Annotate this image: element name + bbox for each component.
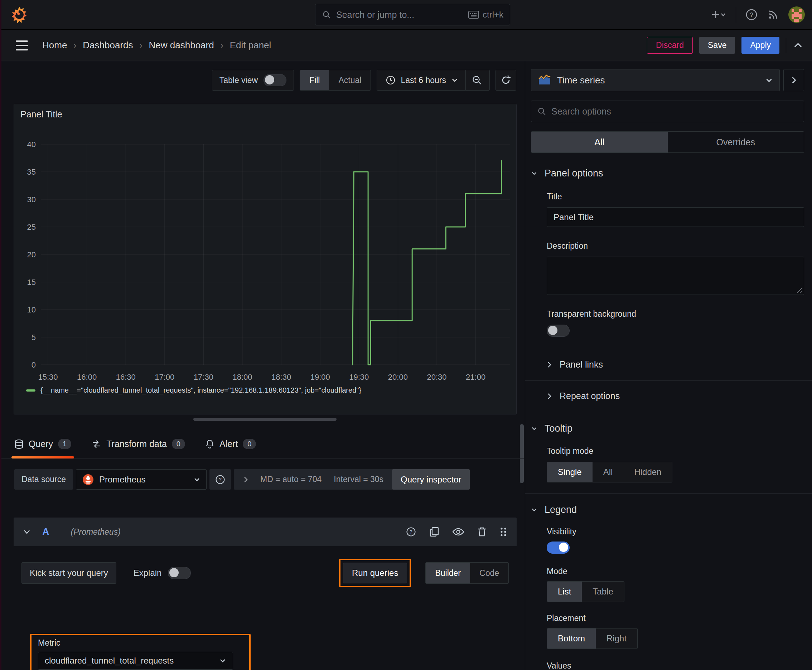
tooltip-single-option[interactable]: Single <box>547 462 593 482</box>
legend-series-color <box>26 389 36 392</box>
save-button[interactable]: Save <box>699 37 735 54</box>
panel-options-header[interactable]: Panel options <box>531 168 804 179</box>
breadcrumb-home[interactable]: Home <box>42 40 67 51</box>
panel-title-input[interactable]: Panel Title <box>547 207 804 227</box>
textarea-resize-handle[interactable] <box>797 288 802 293</box>
user-avatar[interactable] <box>788 7 805 23</box>
datasource-name: Prometheus <box>99 475 188 485</box>
tab-query[interactable]: Query 1 <box>14 430 71 459</box>
transparent-background-toggle[interactable] <box>547 325 570 337</box>
svg-text:19:30: 19:30 <box>349 372 369 382</box>
tooltip-hidden-option[interactable]: Hidden <box>623 462 672 482</box>
metric-select[interactable]: cloudflared_tunnel_total_requests <box>38 652 233 670</box>
svg-text:20:00: 20:00 <box>388 372 408 382</box>
legend-mode-label: Mode <box>547 567 804 576</box>
menu-toggle-icon[interactable] <box>16 41 28 51</box>
description-field-label: Description <box>547 241 804 251</box>
keyboard-icon <box>468 11 479 19</box>
datasource-help-button[interactable]: ? <box>209 469 231 490</box>
options-sidebar: Time series Search options All Overrides <box>525 61 812 670</box>
metric-label: Metric <box>38 638 61 648</box>
toggle-viz-suggestions-button[interactable] <box>783 69 804 91</box>
breadcrumb-separator: › <box>220 41 224 51</box>
chevron-down-icon <box>451 78 458 83</box>
metric-value: cloudflared_tunnel_total_requests <box>45 656 219 666</box>
section-divider <box>525 381 812 381</box>
explain-toggle[interactable] <box>168 567 191 579</box>
code-option[interactable]: Code <box>470 563 509 584</box>
refresh-button[interactable] <box>495 70 516 91</box>
table-view-toggle[interactable] <box>263 74 286 86</box>
breadcrumb-dashboards[interactable]: Dashboards <box>83 40 133 51</box>
query-actions-row: Kick start your query Explain Run querie… <box>14 559 517 587</box>
clock-icon <box>386 75 396 85</box>
options-search-placeholder: Search options <box>551 106 611 117</box>
apply-button[interactable]: Apply <box>741 37 780 54</box>
zoom-out-button[interactable] <box>465 70 488 90</box>
legend-mode-table-option[interactable]: Table <box>582 582 624 602</box>
svg-text:19:00: 19:00 <box>310 372 330 382</box>
description-textarea[interactable] <box>547 257 804 295</box>
tab-alert[interactable]: Alert 0 <box>205 430 256 459</box>
global-search-input[interactable]: Search or jump to... ctrl+k <box>315 4 510 25</box>
panel-links-section[interactable]: Panel links <box>531 359 804 370</box>
options-search-input[interactable]: Search options <box>531 101 804 122</box>
builder-code-segmented: Builder Code <box>425 562 509 584</box>
chevron-right-icon <box>243 476 248 483</box>
drag-handle-icon[interactable] <box>500 526 507 537</box>
query-ref-id: A <box>42 526 49 538</box>
collapse-chevron-up-icon[interactable] <box>793 42 804 49</box>
datasource-select[interactable]: Prometheus <box>76 469 207 490</box>
tooltip-all-option[interactable]: All <box>593 462 624 482</box>
duplicate-icon[interactable] <box>429 526 439 537</box>
prometheus-icon <box>82 474 94 486</box>
tab-transform-data[interactable]: Transform data 0 <box>91 430 185 459</box>
breadcrumb-separator: › <box>140 41 142 51</box>
run-queries-button[interactable]: Run queries <box>343 563 407 584</box>
svg-text:25: 25 <box>27 223 36 232</box>
query-inspector-button[interactable]: Query inspector <box>392 469 470 490</box>
explain-label: Explain <box>134 568 162 578</box>
breadcrumb-new-dashboard[interactable]: New dashboard <box>149 40 214 51</box>
hide-response-eye-icon[interactable] <box>452 527 464 536</box>
table-view-control: Table view <box>212 70 294 91</box>
repeat-options-section[interactable]: Repeat options <box>531 391 804 401</box>
svg-text:10: 10 <box>27 305 36 314</box>
time-series-chart[interactable]: 051015202530354015:3016:0016:3017:0017:3… <box>14 104 516 414</box>
new-item-button[interactable] <box>708 9 726 20</box>
news-rss-icon[interactable] <box>767 8 779 21</box>
legend-visibility-toggle[interactable] <box>547 541 570 554</box>
legend-placement-segmented: Bottom Right <box>547 628 637 649</box>
alert-count-badge: 0 <box>243 439 256 449</box>
fit-actual-option[interactable]: Actual <box>329 70 371 90</box>
fit-fill-option[interactable]: Fill <box>300 70 329 90</box>
options-filter-tabs: All Overrides <box>531 131 804 153</box>
top-right-actions: ? <box>708 0 805 29</box>
legend-placement-right-option[interactable]: Right <box>596 628 637 648</box>
discard-button[interactable]: Discard <box>647 37 693 54</box>
search-icon <box>322 10 331 19</box>
tab-overrides[interactable]: Overrides <box>668 132 804 152</box>
panel-toolbar: Table view Fill Actual Last 6 hours <box>212 70 516 91</box>
breadcrumb: Home › Dashboards › New dashboard › Edit… <box>42 40 271 51</box>
legend-mode-list-option[interactable]: List <box>547 582 582 602</box>
trash-icon[interactable] <box>477 526 487 537</box>
time-range-picker[interactable]: Last 6 hours <box>378 70 465 90</box>
legend-section-header[interactable]: Legend <box>531 504 804 515</box>
collapse-chevron-icon[interactable] <box>23 529 31 535</box>
help-icon[interactable]: ? <box>746 8 758 21</box>
chart-legend-item[interactable]: {__name__="cloudflared_tunnel_total_requ… <box>26 386 361 394</box>
panel-resize-handle[interactable] <box>193 418 337 421</box>
grafana-logo-icon[interactable] <box>10 5 29 24</box>
query-options-summary[interactable]: MD = auto = 704 Interval = 30s <box>234 469 393 490</box>
tab-all-options[interactable]: All <box>531 132 668 152</box>
query-row-header[interactable]: A (Prometheus) ? <box>14 518 517 546</box>
builder-option[interactable]: Builder <box>425 563 470 584</box>
visualization-picker[interactable]: Time series <box>531 69 780 91</box>
tooltip-section-header[interactable]: Tooltip <box>531 423 804 434</box>
legend-placement-bottom-option[interactable]: Bottom <box>547 628 596 648</box>
breadcrumb-bar: Home › Dashboards › New dashboard › Edit… <box>0 30 812 61</box>
query-count-badge: 1 <box>58 439 71 449</box>
help-circle-icon[interactable]: ? <box>406 526 416 537</box>
kick-start-query-button[interactable]: Kick start your query <box>22 562 116 584</box>
